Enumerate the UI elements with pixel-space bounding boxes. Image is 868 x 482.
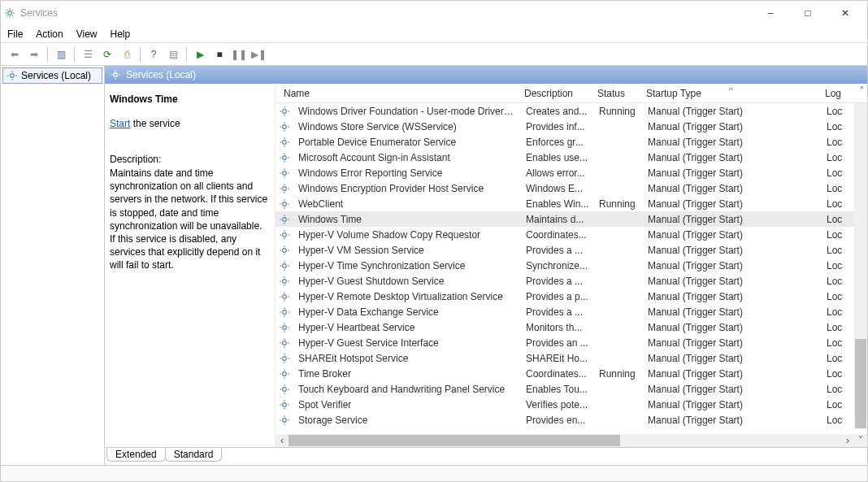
menu-file[interactable]: File bbox=[7, 28, 23, 40]
svg-point-64 bbox=[283, 248, 287, 252]
col-status[interactable]: Status bbox=[592, 88, 641, 99]
col-description[interactable]: Description bbox=[519, 88, 592, 99]
cell-startup: Manual (Trigger Start) bbox=[643, 214, 822, 225]
service-row[interactable]: Windows Encryption Provider Host Service… bbox=[276, 180, 867, 196]
hscroll-right[interactable]: › bbox=[841, 435, 854, 446]
menubar: File Action View Help bbox=[1, 25, 867, 43]
main-area: Services (Local) Services (Local) Window… bbox=[1, 66, 867, 465]
app-icon bbox=[4, 7, 15, 19]
scroll-up-icon[interactable]: ˄ bbox=[860, 85, 864, 94]
col-startup[interactable]: Startup Type bbox=[641, 88, 820, 99]
forward-button[interactable]: ➡ bbox=[25, 46, 43, 63]
col-name[interactable]: Name bbox=[279, 88, 519, 99]
cell-startup: Manual (Trigger Start) bbox=[643, 106, 822, 117]
service-row[interactable]: Hyper-V Guest Shutdown ServiceProvides a… bbox=[276, 273, 867, 289]
statusbar bbox=[1, 465, 867, 481]
minimize-button[interactable]: – bbox=[752, 1, 789, 25]
maximize-button[interactable]: □ bbox=[789, 1, 827, 25]
gear-icon bbox=[279, 368, 290, 380]
cell-name: Hyper-V VM Session Service bbox=[293, 245, 521, 256]
cell-desc: Provides en... bbox=[521, 415, 594, 426]
svg-point-109 bbox=[283, 387, 287, 391]
properties2-button[interactable]: ▤ bbox=[164, 46, 182, 63]
toolbar-separator bbox=[47, 47, 48, 62]
service-row[interactable]: Hyper-V Remote Desktop Virtualization Se… bbox=[276, 289, 867, 304]
cell-startup: Manual (Trigger Start) bbox=[643, 137, 822, 148]
start-link[interactable]: Start bbox=[110, 118, 130, 129]
menu-view[interactable]: View bbox=[76, 28, 98, 40]
cell-desc: Windows E... bbox=[521, 183, 594, 194]
vscroll[interactable] bbox=[854, 103, 867, 421]
hscroll-thumb[interactable] bbox=[289, 435, 620, 446]
service-row[interactable]: Hyper-V Guest Service InterfaceProvides … bbox=[276, 335, 867, 350]
cell-startup: Manual (Trigger Start) bbox=[643, 399, 822, 410]
col-logon[interactable]: Log bbox=[820, 88, 853, 99]
service-row[interactable]: Windows Store Service (WSService)Provide… bbox=[276, 119, 867, 134]
svg-point-69 bbox=[283, 263, 287, 267]
svg-point-94 bbox=[283, 341, 287, 345]
gear-icon bbox=[279, 384, 290, 395]
svg-point-19 bbox=[283, 109, 287, 113]
export-button[interactable]: ⎙ bbox=[118, 46, 136, 63]
close-button[interactable]: ✕ bbox=[827, 1, 864, 25]
tab-extended[interactable]: Extended bbox=[106, 448, 166, 462]
menu-help[interactable]: Help bbox=[111, 28, 131, 40]
refresh-button[interactable]: ⟳ bbox=[98, 46, 116, 63]
help-button[interactable]: ? bbox=[145, 46, 163, 63]
cell-name: Hyper-V Time Synchronization Service bbox=[293, 260, 521, 271]
hscroll[interactable]: ‹ › ˅ bbox=[276, 434, 867, 447]
service-row[interactable]: Storage ServiceProvides en...Manual (Tri… bbox=[276, 412, 867, 428]
cell-log: Loc bbox=[822, 214, 854, 225]
menu-action[interactable]: Action bbox=[36, 28, 63, 40]
tab-standard[interactable]: Standard bbox=[165, 448, 223, 462]
cell-log: Loc bbox=[822, 415, 854, 426]
cell-startup: Manual (Trigger Start) bbox=[643, 245, 822, 256]
cell-name: Portable Device Enumerator Service bbox=[293, 137, 521, 148]
gear-icon bbox=[279, 415, 290, 426]
hscroll-track[interactable] bbox=[289, 435, 841, 446]
pause-service-button[interactable]: ❚❚ bbox=[230, 46, 248, 63]
stop-service-button[interactable]: ■ bbox=[210, 46, 228, 63]
service-row[interactable]: Portable Device Enumerator ServiceEnforc… bbox=[276, 134, 867, 150]
nav-root-item[interactable]: Services (Local) bbox=[2, 67, 102, 84]
cell-desc: Provides a p... bbox=[521, 291, 594, 302]
service-row[interactable]: Hyper-V Time Synchronization ServiceSync… bbox=[276, 258, 867, 273]
service-row[interactable]: Windows Error Reporting ServiceAllows er… bbox=[276, 165, 867, 180]
cell-name: Windows Time bbox=[293, 214, 521, 225]
svg-point-74 bbox=[283, 279, 287, 283]
svg-point-89 bbox=[283, 325, 287, 329]
service-row[interactable]: Hyper-V Data Exchange ServiceProvides a … bbox=[276, 304, 867, 319]
cell-log: Loc bbox=[822, 306, 854, 318]
pause-icon: ❚❚ bbox=[231, 49, 247, 60]
back-button[interactable]: ⬅ bbox=[6, 46, 24, 63]
service-row[interactable]: Touch Keyboard and Handwriting Panel Ser… bbox=[276, 381, 867, 397]
service-row[interactable]: SHAREit Hotspot ServiceSHAREit Ho...Manu… bbox=[276, 350, 867, 366]
service-row[interactable]: Hyper-V VM Session ServiceProvides a ...… bbox=[276, 242, 867, 258]
start-service-button[interactable]: ▶ bbox=[191, 46, 209, 63]
cell-log: Loc bbox=[822, 198, 854, 210]
gear-icon bbox=[279, 229, 290, 241]
hscroll-down[interactable]: ˅ bbox=[854, 435, 867, 446]
show-hide-tree-button[interactable]: ▥ bbox=[52, 46, 70, 63]
restart-service-button[interactable]: ▶❚ bbox=[250, 46, 267, 63]
service-row[interactable]: Hyper-V Volume Shadow Copy RequestorCoor… bbox=[276, 227, 867, 242]
service-row[interactable]: Windows Driver Foundation - User-mode Dr… bbox=[276, 103, 867, 119]
properties-button[interactable]: ☰ bbox=[79, 46, 97, 63]
cell-log: Loc bbox=[822, 229, 854, 241]
service-row[interactable]: Hyper-V Heartbeat ServiceMonitors th...M… bbox=[276, 319, 867, 335]
vscroll-thumb[interactable] bbox=[855, 339, 866, 428]
cell-desc: Provides a ... bbox=[521, 276, 594, 287]
service-row[interactable]: WebClientEnables Win...RunningManual (Tr… bbox=[276, 196, 867, 211]
detail-list: Windows Time Start the service Descripti… bbox=[105, 84, 867, 447]
gear-icon bbox=[279, 214, 290, 225]
service-row[interactable]: Time BrokerCoordinates...RunningManual (… bbox=[276, 366, 867, 381]
service-row[interactable]: Microsoft Account Sign-in AssistantEnabl… bbox=[276, 150, 867, 165]
cell-name: Windows Encryption Provider Host Service bbox=[293, 183, 521, 194]
service-row[interactable]: Spot VerifierVerifies pote...Manual (Tri… bbox=[276, 397, 867, 412]
service-row[interactable]: Windows TimeMaintains d...Manual (Trigge… bbox=[276, 211, 867, 227]
svg-point-54 bbox=[283, 217, 287, 221]
hscroll-left[interactable]: ‹ bbox=[276, 435, 289, 446]
svg-point-14 bbox=[114, 73, 118, 77]
nav-root-label: Services (Local) bbox=[21, 70, 91, 81]
svg-point-59 bbox=[283, 232, 287, 237]
